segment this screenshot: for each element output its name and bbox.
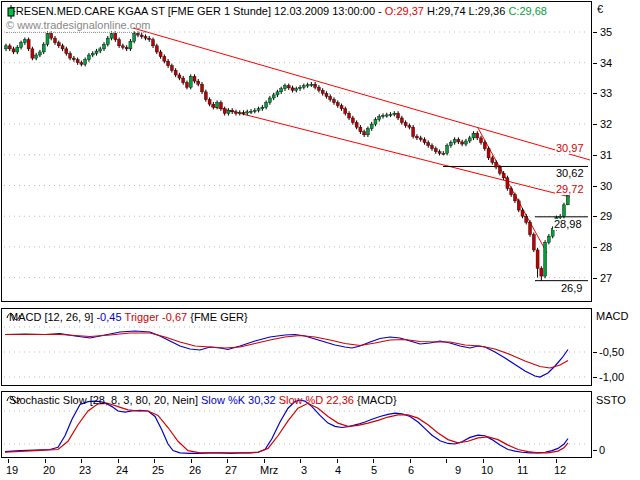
- x-tick-label: 24: [116, 464, 128, 476]
- x-tick-mark: [191, 459, 192, 463]
- x-tick-mark: [264, 459, 265, 463]
- stochastic-header: Stochastic Slow [28, 8, 3, 80, 20, Nein]…: [6, 394, 397, 406]
- high-value: H:29,74: [427, 5, 466, 17]
- x-tick-label: 6: [408, 464, 414, 476]
- x-tick-label: 11: [517, 464, 528, 476]
- stochastic-k-value: Slow %K 30,32: [201, 394, 276, 406]
- y-tick-label: 27: [600, 272, 612, 284]
- x-tick-label: 9: [455, 464, 461, 476]
- watermark-link[interactable]: © www.tradesignalonline.com: [6, 19, 150, 33]
- y-tick-dash: [593, 278, 597, 279]
- x-tick-label: 25: [152, 464, 164, 476]
- x-tick-mark: [118, 459, 119, 463]
- x-tick-label: 5: [371, 464, 377, 476]
- y-tick-label: -0,50: [599, 346, 624, 358]
- open-value: O:29,37: [385, 5, 424, 17]
- y-tick-label: 29: [600, 210, 612, 222]
- y-tick-label: 30: [600, 180, 612, 192]
- stochastic-name: Stochastic Slow [28, 8, 3, 80, 20, Nein]: [9, 394, 198, 406]
- level-price-label: 26,9: [560, 283, 583, 294]
- macd-trigger-label: Trigger: [125, 311, 159, 323]
- y-tick-dash: [593, 450, 597, 451]
- y-tick-dash: [593, 32, 597, 33]
- x-tick-label: 23: [79, 464, 91, 476]
- trendline-price-label: 30,97: [555, 143, 585, 154]
- y-tick-label: -1,00: [599, 371, 624, 383]
- y-tick-label: 34: [600, 57, 612, 69]
- candles-layer: [5, 31, 570, 280]
- level-price-label: 28,98: [553, 219, 583, 230]
- x-tick-label: 12: [554, 464, 566, 476]
- stochastic-d-value: Slow %D 22,36: [279, 394, 354, 406]
- y-tick-label: 35: [600, 26, 612, 38]
- y-tick-label: 32: [600, 118, 612, 130]
- y-tick-dash: [593, 216, 597, 217]
- symbol-title: FRESEN.MED.CARE KGAA ST [FME GER 1 Stund…: [9, 5, 382, 17]
- x-tick-label: 19: [6, 464, 18, 476]
- close-value: C:29,68: [508, 5, 547, 17]
- macd-header: MACD [12, 26, 9] -0,45 Trigger -0,67 {FM…: [6, 311, 248, 323]
- y-tick-dash: [593, 155, 597, 156]
- stochastic-scope: {MACD}: [357, 394, 397, 406]
- y-tick-dash: [593, 124, 597, 125]
- x-tick-label: Mrz: [260, 464, 278, 476]
- x-tick-mark: [446, 459, 447, 463]
- y-tick-label: 28: [600, 241, 612, 253]
- stochastic-series-line: [5, 400, 568, 453]
- x-tick-mark: [227, 459, 228, 463]
- x-tick-mark: [373, 459, 374, 463]
- low-value: L:29,36: [469, 5, 506, 17]
- trendline-price-label: 29,72: [555, 184, 585, 195]
- x-tick-mark: [8, 459, 9, 463]
- x-tick-label: 10: [481, 464, 493, 476]
- x-tick-mark: [556, 459, 557, 463]
- x-tick-mark: [300, 459, 301, 463]
- stochastic-indicator-panel[interactable]: Stochastic Slow [28, 8, 3, 80, 20, Nein]…: [1, 391, 592, 458]
- x-tick-label: 27: [225, 464, 237, 476]
- y-tick-label: 0: [599, 444, 605, 456]
- x-tick-mark: [45, 459, 46, 463]
- level-price-label: 30,62: [555, 168, 585, 179]
- x-tick-label: 3: [301, 464, 307, 476]
- watermark-text: www.tradesignalonline.com: [17, 19, 150, 31]
- y-tick-dash: [593, 352, 597, 353]
- macd-name: MACD [12, 26, 9]: [9, 311, 93, 323]
- x-tick-label: 20: [43, 464, 55, 476]
- x-tick-mark: [154, 459, 155, 463]
- y-tick-label: 31: [600, 149, 612, 161]
- currency-unit-label: €: [597, 3, 603, 15]
- y-tick-dash: [593, 186, 597, 187]
- y-tick-dash: [593, 247, 597, 248]
- macd-value: -0,45: [96, 311, 121, 323]
- macd-axis-label: MACD: [596, 310, 628, 322]
- macd-series-line: [5, 331, 568, 377]
- x-tick-mark: [337, 459, 338, 463]
- y-tick-dash: [593, 377, 597, 378]
- macd-scope: {FME GER}: [190, 311, 247, 323]
- y-tick-dash: [593, 63, 597, 64]
- copyright-icon: ©: [6, 19, 17, 31]
- trading-app-window: { "title_bar": { "text": "FRESEN.MED.CAR…: [0, 0, 640, 480]
- macd-trigger-value: -0,67: [162, 311, 187, 323]
- y-tick-dash: [593, 93, 597, 94]
- x-tick-label: 4: [335, 464, 341, 476]
- trendlines-layer: [133, 28, 590, 253]
- candlestick-chart[interactable]: [2, 2, 591, 301]
- x-tick-mark: [483, 459, 484, 463]
- macd-indicator-panel[interactable]: MACD [12, 26, 9] -0,45 Trigger -0,67 {FM…: [1, 308, 592, 386]
- chart-title-bar: FRESEN.MED.CARE KGAA ST [FME GER 1 Stund…: [6, 5, 547, 17]
- y-tick-label: 33: [600, 87, 612, 99]
- main-chart-panel[interactable]: FRESEN.MED.CARE KGAA ST [FME GER 1 Stund…: [1, 1, 592, 302]
- x-tick-label: 26: [189, 464, 201, 476]
- ssto-axis-label: SSTO: [596, 394, 626, 406]
- x-tick-mark: [519, 459, 520, 463]
- x-tick-mark: [410, 459, 411, 463]
- x-tick-mark: [81, 459, 82, 463]
